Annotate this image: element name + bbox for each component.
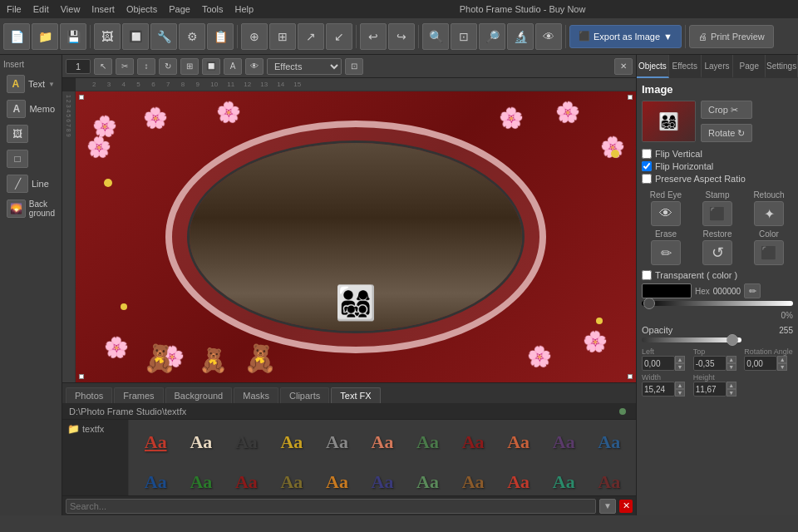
tool-image[interactable]: 🖼 — [3, 122, 58, 145]
canvas-move-tool[interactable]: ↕ — [137, 58, 155, 75]
canvas-zoom-tool[interactable]: 🔲 — [202, 58, 220, 75]
flip-vertical-checkbox[interactable] — [642, 149, 652, 159]
opacity-slider-thumb[interactable] — [727, 334, 738, 346]
tab-background[interactable]: Background — [165, 387, 233, 403]
color-swatch[interactable] — [642, 283, 692, 298]
tab-textfx[interactable]: Text FX — [331, 387, 380, 403]
textfx-item-textfx-row-2-4[interactable]: Aa — [317, 465, 357, 495]
top-spin-down[interactable]: ▼ — [727, 363, 736, 371]
textfx-item-textfx-row-1-2[interactable]: Aa — [226, 425, 267, 460]
textfx-item-textfx-row-2-0[interactable]: Aa — [135, 465, 176, 495]
left-spin-up[interactable]: ▲ — [675, 356, 685, 363]
top-input[interactable] — [693, 356, 727, 371]
tab-frames[interactable]: Frames — [114, 387, 163, 403]
zoom-in-button[interactable]: 🔎 — [479, 23, 505, 50]
tab-masks[interactable]: Masks — [234, 387, 278, 403]
rotation-spin-up[interactable]: ▲ — [777, 356, 787, 363]
flip-horizontal-checkbox[interactable] — [642, 161, 652, 171]
tab-photos[interactable]: Photos — [66, 387, 112, 403]
menu-page[interactable]: Page — [169, 4, 190, 14]
photo-button[interactable]: 🖼 — [94, 23, 121, 50]
height-spin-up[interactable]: ▲ — [727, 382, 736, 389]
folder-textfx[interactable]: 📁 textfx — [64, 421, 126, 436]
top-spin-up[interactable]: ▲ — [727, 356, 736, 363]
rotate-button[interactable]: Rotate ↻ — [701, 124, 752, 142]
redo-button[interactable]: ↪ — [388, 23, 415, 50]
menu-edit[interactable]: Edit — [33, 4, 49, 14]
tool-background[interactable]: 🌄 Background — [3, 197, 58, 220]
textfx-item-textfx-row-2-1[interactable]: Aa — [181, 465, 222, 495]
textfx-item-textfx-row-1-3[interactable]: Aa — [272, 425, 313, 460]
canvas-view-tool[interactable]: 👁 — [245, 58, 264, 75]
tool6-button[interactable]: ↗ — [298, 23, 324, 50]
tool5-button[interactable]: 📋 — [207, 23, 234, 50]
new-button[interactable]: 📄 — [3, 23, 30, 50]
canvas-scroll[interactable]: 2 3 4 5 6 7 8 9 10 11 12 13 14 15 1 2 3 … — [62, 78, 636, 382]
search-button[interactable]: ▼ — [599, 499, 616, 514]
close-search-button[interactable]: ✕ — [619, 500, 633, 513]
tab-cliparts[interactable]: Cliparts — [280, 387, 329, 403]
left-spin-down[interactable]: ▼ — [675, 363, 685, 371]
menu-view[interactable]: View — [61, 4, 81, 14]
rtab-objects[interactable]: Objects — [637, 55, 669, 78]
rtab-layers[interactable]: Layers — [702, 55, 734, 78]
textfx-item-textfx-row-2-8[interactable]: Aa — [498, 465, 539, 495]
textfx-item-textfx-row-1-1[interactable]: Aa — [181, 425, 222, 460]
textfx-item-textfx-row-1-0[interactable]: Aa — [135, 425, 176, 460]
retouch-button[interactable]: ✦ — [754, 201, 784, 226]
zoom-actual-button[interactable]: 🔬 — [507, 23, 534, 50]
menu-file[interactable]: File — [7, 4, 22, 14]
opacity-slider[interactable] — [642, 337, 741, 342]
export-button[interactable]: ⬛ Export as Image ▼ — [569, 25, 682, 48]
tool-text[interactable]: A Text ▼ — [3, 72, 58, 96]
print-button[interactable]: 🖨 Print Preview — [689, 25, 774, 48]
restore-button[interactable]: ↺ — [702, 240, 732, 265]
zoom-out-button[interactable]: 🔍 — [422, 23, 449, 50]
tool-shape[interactable]: □ — [3, 147, 58, 170]
textfx-item-textfx-row-2-3[interactable]: Aa — [272, 465, 313, 495]
canvas-close-tool[interactable]: ✕ — [614, 58, 633, 75]
effects-dropdown[interactable]: Effects — [267, 58, 342, 75]
red-eye-button[interactable]: 👁 — [651, 201, 681, 226]
view-button[interactable]: 👁 — [535, 23, 562, 50]
height-input[interactable] — [693, 382, 727, 397]
left-spinner[interactable]: ▲ ▼ — [675, 356, 685, 371]
menu-bar[interactable]: File Edit View Insert Objects Page Tools… — [7, 4, 254, 14]
search-input[interactable] — [66, 499, 596, 514]
canvas-select-tool[interactable]: ↖ — [94, 58, 112, 75]
tool7-button[interactable]: ↙ — [326, 23, 352, 50]
textfx-item-textfx-row-2-10[interactable]: Aa — [589, 465, 629, 495]
copy-button[interactable]: ⊕ — [241, 23, 268, 50]
left-input[interactable] — [642, 356, 675, 371]
frame-button[interactable]: 🔲 — [122, 23, 149, 50]
top-spinner[interactable]: ▲ ▼ — [727, 356, 736, 371]
textfx-item-textfx-row-1-10[interactable]: Aa — [589, 425, 629, 460]
width-spin-up[interactable]: ▲ — [675, 382, 685, 389]
tool4-button[interactable]: ⚙ — [179, 23, 205, 50]
textfx-item-textfx-row-1-6[interactable]: Aa — [407, 425, 448, 460]
width-input[interactable] — [642, 382, 675, 397]
canvas-text-tool[interactable]: A — [224, 58, 242, 75]
rtab-settings[interactable]: Settings — [766, 55, 798, 78]
textfx-item-textfx-row-2-7[interactable]: Aa — [453, 465, 494, 495]
rotation-spinner[interactable]: ▲ ▼ — [777, 356, 787, 371]
preserve-aspect-checkbox[interactable] — [642, 174, 652, 184]
undo-button[interactable]: ↩ — [360, 23, 387, 50]
rtab-page[interactable]: Page — [733, 55, 766, 78]
handle-bl[interactable] — [79, 374, 84, 379]
tool-memo[interactable]: A Memo — [3, 97, 58, 121]
color-slider[interactable] — [642, 301, 793, 306]
textfx-item-textfx-row-1-9[interactable]: Aa — [544, 425, 584, 460]
handle-tl[interactable] — [79, 95, 84, 100]
canvas-extra-tool[interactable]: ⊡ — [345, 58, 363, 75]
menu-help[interactable]: Help — [235, 4, 254, 14]
textfx-item-textfx-row-2-6[interactable]: Aa — [407, 465, 448, 495]
tool-line[interactable]: ╱ Line — [3, 172, 58, 195]
canvas-flip-tool[interactable]: ⊞ — [180, 58, 199, 75]
canvas-rotate-tool[interactable]: ↻ — [159, 58, 177, 75]
textfx-item-textfx-row-2-9[interactable]: Aa — [544, 465, 584, 495]
width-spin-down[interactable]: ▼ — [675, 389, 685, 397]
textfx-item-textfx-row-2-2[interactable]: Aa — [226, 465, 267, 495]
crop-button[interactable]: Crop ✂ — [701, 101, 752, 119]
menu-objects[interactable]: Objects — [126, 4, 157, 14]
